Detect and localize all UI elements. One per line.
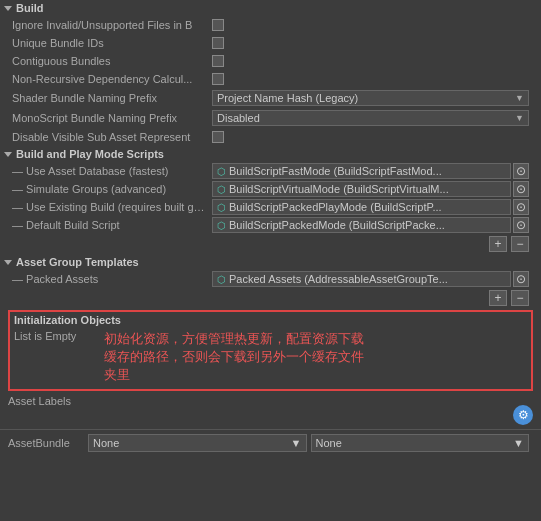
template-label-0: — Packed Assets [12,273,208,285]
template-circle-btn-0[interactable]: ⊙ [513,271,529,287]
template-ref-text-0: Packed Assets (AddressableAssetGroupTe..… [229,273,448,285]
shader-prefix-value[interactable]: Project Name Hash (Legacy) ▼ [212,90,529,106]
non-recursive-checkbox[interactable] [212,73,224,85]
ignore-invalid-checkbox[interactable] [212,19,224,31]
ignore-invalid-value [212,19,529,31]
unique-bundle-checkbox[interactable] [212,37,224,49]
asset-group-section-header[interactable]: Asset Group Templates [0,254,541,270]
script-row-1: — Simulate Groups (advanced) ⬡ BuildScri… [0,180,541,198]
script-circle-btn-3[interactable]: ⊙ [513,217,529,233]
script-ref-1[interactable]: ⬡ BuildScriptVirtualMode (BuildScriptVir… [212,181,511,197]
template-icon-0: ⬡ [217,274,226,285]
script-ref-text-0: BuildScriptFastMode (BuildScriptFastMod.… [229,165,442,177]
build-play-minus-btn[interactable]: − [511,236,529,252]
disable-visible-label: Disable Visible Sub Asset Represent [12,131,212,143]
ignore-invalid-label: Ignore Invalid/Unsupported Files in B [12,19,212,31]
script-icon-3: ⬡ [217,220,226,231]
field-row-unique-bundle: Unique Bundle IDs [0,34,541,52]
asset-group-plus-btn[interactable]: + [489,290,507,306]
asset-bundle-dropdown-2[interactable]: None ▼ [311,434,530,452]
disable-visible-value [212,131,529,143]
contiguous-value [212,55,529,67]
script-ref-0[interactable]: ⬡ BuildScriptFastMode (BuildScriptFastMo… [212,163,511,179]
build-play-section-header[interactable]: Build and Play Mode Scripts [0,146,541,162]
script-label-0: — Use Asset Database (fastest) [12,165,208,177]
script-icon-1: ⬡ [217,184,226,195]
script-icon-0: ⬡ [217,166,226,177]
build-play-plus-btn[interactable]: + [489,236,507,252]
list-empty-row: List is Empty 初始化资源，方便管理热更新，配置资源下载缓存的路径，… [14,328,527,387]
asset-bundle-dropdown-2-text: None [316,437,342,449]
asset-bundle-row: AssetBundle None ▼ None ▼ [0,429,541,456]
script-row-0: — Use Asset Database (fastest) ⬡ BuildSc… [0,162,541,180]
asset-labels-label: Asset Labels [8,395,88,407]
field-row-disable-visible: Disable Visible Sub Asset Represent [0,128,541,146]
asset-bundle-dropdown-2-arrow: ▼ [513,437,524,449]
template-row-0: — Packed Assets ⬡ Packed Assets (Address… [0,270,541,288]
build-section-header[interactable]: Build [0,0,541,16]
script-ref-3[interactable]: ⬡ BuildScriptPackedMode (BuildScriptPack… [212,217,511,233]
build-play-triangle-icon [4,152,12,157]
build-play-plus-minus-row: + − [0,234,541,254]
build-section-content: Ignore Invalid/Unsupported Files in B Un… [0,16,541,146]
main-panel: Build Ignore Invalid/Unsupported Files i… [0,0,541,521]
script-ref-2[interactable]: ⬡ BuildScriptPackedPlayMode (BuildScript… [212,199,511,215]
asset-bundle-dropdown-1-arrow: ▼ [291,437,302,449]
script-circle-btn-1[interactable]: ⊙ [513,181,529,197]
shader-prefix-dropdown[interactable]: Project Name Hash (Legacy) ▼ [212,90,529,106]
script-ref-text-1: BuildScriptVirtualMode (BuildScriptVirtu… [229,183,449,195]
monoscript-prefix-label: MonoScript Bundle Naming Prefix [12,112,212,124]
non-recursive-value [212,73,529,85]
script-circle-btn-0[interactable]: ⊙ [513,163,529,179]
monoscript-prefix-dropdown[interactable]: Disabled ▼ [212,110,529,126]
field-row-contiguous: Contiguous Bundles [0,52,541,70]
non-recursive-label: Non-Recursive Dependency Calcul... [12,73,212,85]
template-ref-0[interactable]: ⬡ Packed Assets (AddressableAssetGroupTe… [212,271,511,287]
build-triangle-icon [4,6,12,11]
build-play-section-content: — Use Asset Database (fastest) ⬡ BuildSc… [0,162,541,254]
monoscript-prefix-dropdown-text: Disabled [217,112,260,124]
contiguous-label: Contiguous Bundles [12,55,212,67]
monoscript-prefix-dropdown-arrow: ▼ [515,113,524,123]
unique-bundle-value [212,37,529,49]
contiguous-checkbox[interactable] [212,55,224,67]
script-label-3: — Default Build Script [12,219,208,231]
script-ref-text-3: BuildScriptPackedMode (BuildScriptPacke.… [229,219,445,231]
field-row-shader-prefix: Shader Bundle Naming Prefix Project Name… [0,88,541,108]
list-empty-text: List is Empty [14,330,104,342]
unique-bundle-label: Unique Bundle IDs [12,37,212,49]
build-section-label: Build [16,2,44,14]
field-row-monoscript-prefix: MonoScript Bundle Naming Prefix Disabled… [0,108,541,128]
script-icon-2: ⬡ [217,202,226,213]
field-row-non-recursive: Non-Recursive Dependency Calcul... [0,70,541,88]
init-objects-header: Initialization Objects [14,314,527,326]
content-area: Build Ignore Invalid/Unsupported Files i… [0,0,541,521]
chinese-annotation-text: 初始化资源，方便管理热更新，配置资源下载缓存的路径，否则会下载到另外一个缓存文件… [104,330,527,385]
asset-group-triangle-icon [4,260,12,265]
script-row-3: — Default Build Script ⬡ BuildScriptPack… [0,216,541,234]
script-row-2: — Use Existing Build (requires built gro… [0,198,541,216]
asset-group-section-content: — Packed Assets ⬡ Packed Assets (Address… [0,270,541,308]
asset-group-section-label: Asset Group Templates [16,256,139,268]
script-circle-btn-2[interactable]: ⊙ [513,199,529,215]
asset-bundle-label: AssetBundle [8,437,88,449]
script-ref-text-2: BuildScriptPackedPlayMode (BuildScriptP.… [229,201,442,213]
shader-prefix-dropdown-arrow: ▼ [515,93,524,103]
asset-bundle-dropdown-1-text: None [93,437,119,449]
shader-prefix-dropdown-text: Project Name Hash (Legacy) [217,92,358,104]
asset-bundle-dropdown-1[interactable]: None ▼ [88,434,307,452]
disable-visible-checkbox[interactable] [212,131,224,143]
asset-group-plus-minus-row: + − [0,288,541,308]
script-label-2: — Use Existing Build (requires built gro… [12,201,208,213]
init-objects-section: Initialization Objects List is Empty 初始化… [8,310,533,391]
field-row-ignore-invalid: Ignore Invalid/Unsupported Files in B [0,16,541,34]
build-play-section-label: Build and Play Mode Scripts [16,148,164,160]
shader-prefix-label: Shader Bundle Naming Prefix [12,92,212,104]
script-label-1: — Simulate Groups (advanced) [12,183,208,195]
asset-group-minus-btn[interactable]: − [511,290,529,306]
monoscript-prefix-value[interactable]: Disabled ▼ [212,110,529,126]
settings-gear-icon[interactable]: ⚙ [513,405,533,425]
